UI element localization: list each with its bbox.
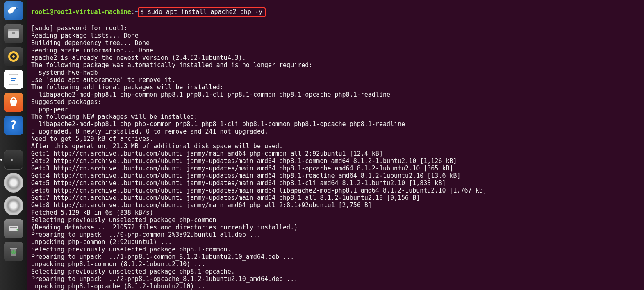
output-line: systemd-hwe-hwdb	[31, 69, 644, 76]
output-line: The following additional packages will b…	[31, 84, 644, 91]
svg-rect-7	[9, 74, 18, 85]
output-line: (Reading database ... 210572 files and d…	[31, 224, 644, 231]
output-line: Get:1 http://cn.archive.ubuntu.com/ubunt…	[31, 150, 644, 157]
disc1-icon[interactable]	[4, 173, 23, 193]
output-line: Selecting previously unselected package …	[31, 216, 644, 224]
output-line: Get:3 http://cn.archive.ubuntu.com/ubunt…	[31, 165, 644, 172]
output-line: Get:5 http://cn.archive.ubuntu.com/ubunt…	[31, 179, 644, 187]
ubuntu-software-icon[interactable]	[4, 93, 23, 112]
svg-rect-3	[12, 32, 15, 34]
output-line: Get:2 http://cn.archive.ubuntu.com/ubunt…	[31, 157, 644, 165]
output-line: Unpacking php8.1-common (8.1.2-1ubuntu2.…	[31, 261, 644, 268]
svg-rect-8	[11, 77, 16, 77]
terminal-launcher-icon[interactable]: >_	[4, 150, 23, 170]
rhythmbox-icon[interactable]	[4, 47, 23, 66]
output-line: Need to get 5,129 kB of archives.	[31, 135, 644, 143]
svg-rect-10	[11, 80, 15, 81]
command-text: sudo apt install apache2 php -y	[148, 8, 262, 16]
output-line: Get:4 http://cn.archive.ubuntu.com/ubunt…	[31, 172, 644, 179]
output-line: Reading package lists... Done	[31, 32, 644, 39]
output-line: Get:7 http://cn.archive.ubuntu.com/ubunt…	[31, 194, 644, 202]
svg-point-13	[16, 229, 18, 231]
output-line: 0 upgraded, 8 newly installed, 0 to remo…	[31, 128, 644, 135]
output-line: Use 'sudo apt autoremove' to remove it.	[31, 76, 644, 84]
output-line: libapache2-mod-php8.1 php php-common php…	[31, 120, 644, 128]
prompt-symbol: $	[140, 8, 144, 16]
svg-rect-9	[11, 78, 16, 79]
libreoffice-writer-icon[interactable]	[4, 70, 23, 89]
output-line: Fetched 5,129 kB in 6s (838 kB/s)	[31, 209, 644, 216]
svg-point-0	[16, 7, 18, 9]
command-highlight-box: $ sudo apt install apache2 php -y	[138, 7, 266, 17]
output-line: libapache2-mod-php8.1 php-common php8.1 …	[31, 91, 644, 98]
thunderbird-icon[interactable]	[4, 1, 23, 20]
output-line: Suggested packages:	[31, 98, 644, 106]
output-line: Preparing to unpack .../1-php8.1-common_…	[31, 253, 644, 261]
output-line: Selecting previously unselected package …	[31, 268, 644, 275]
output-line: The following package was automatically …	[31, 61, 644, 69]
terminal-glyph-icon: >_	[10, 156, 17, 163]
output-line: Reading state information... Done	[31, 47, 644, 54]
drive-icon[interactable]	[4, 219, 23, 238]
terminal-window[interactable]: root1@root1-virtual-machine:~$ sudo apt …	[27, 0, 644, 290]
prompt-user-host: root1@root1-virtual-machine	[31, 8, 131, 16]
output-line: Building dependency tree... Done	[31, 39, 644, 47]
output-line: Preparing to unpack .../0-php-common_2%3…	[31, 231, 644, 238]
disc2-icon[interactable]	[4, 196, 23, 215]
files-icon[interactable]	[4, 24, 23, 43]
terminal-output: [sudo] password for root1:Reading packag…	[31, 25, 644, 290]
output-line: Selecting previously unselected package …	[31, 246, 644, 253]
svg-rect-14	[10, 248, 17, 249]
svg-rect-11	[9, 226, 18, 231]
svg-rect-2	[8, 31, 19, 38]
output-line: Unpacking php8.1-opcache (8.1.2-1ubuntu2…	[31, 283, 644, 290]
output-line: After this operation, 21.3 MB of additio…	[31, 143, 644, 150]
output-line: Preparing to unpack .../2-php8.1-opcache…	[31, 275, 644, 283]
trash-icon[interactable]	[4, 242, 23, 261]
output-line: apache2 is already the newest version (2…	[31, 54, 644, 61]
prompt-separator: :	[131, 8, 135, 16]
output-line: Get:6 http://cn.archive.ubuntu.com/ubunt…	[31, 187, 644, 194]
help-icon[interactable]: ?	[4, 116, 23, 135]
prompt-line: root1@root1-virtual-machine:~$ sudo apt …	[31, 7, 644, 17]
output-line: Unpacking php-common (2:92ubuntu1) ...	[31, 238, 644, 246]
output-line: php-pear	[31, 106, 644, 113]
output-line: [sudo] password for root1:	[31, 25, 644, 32]
svg-rect-12	[10, 227, 17, 228]
ubuntu-launcher: ? >_	[0, 0, 27, 290]
output-line: Get:8 http://cn.archive.ubuntu.com/ubunt…	[31, 202, 644, 209]
svg-point-6	[12, 55, 15, 58]
output-line: The following NEW packages will be insta…	[31, 113, 644, 120]
question-mark-icon: ?	[10, 122, 17, 129]
